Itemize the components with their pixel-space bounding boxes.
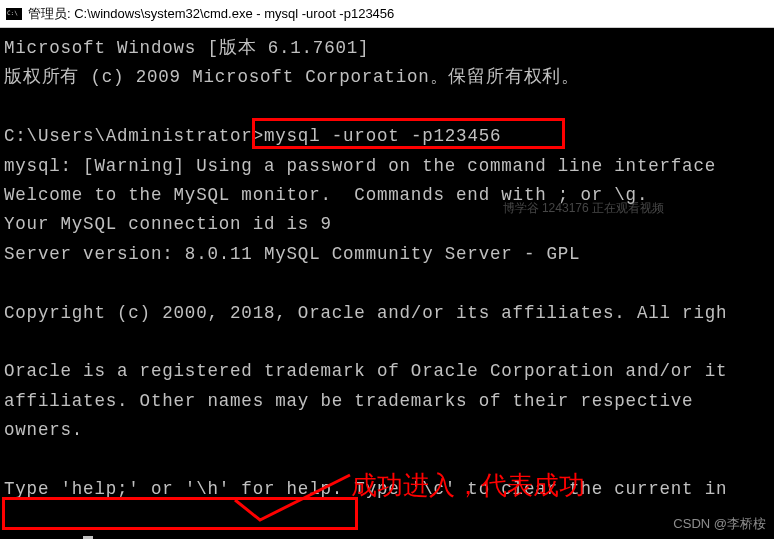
terminal-output[interactable]: Microsoft Windows [版本 6.1.7601] 版权所有 (c)…: [0, 28, 774, 539]
output-line: Type 'help;' or '\h' for help. Type '\c'…: [4, 479, 727, 499]
output-line: Welcome to the MySQL monitor. Commands e…: [4, 185, 648, 205]
cursor[interactable]: [83, 536, 93, 539]
output-line: Oracle is a registered trademark of Orac…: [4, 361, 727, 381]
output-line: 版权所有 (c) 2009 Microsoft Corporation。保留所有…: [4, 67, 580, 87]
output-line: affiliates. Other names may be trademark…: [4, 391, 693, 411]
output-line: Microsoft Windows [版本 6.1.7601]: [4, 38, 369, 58]
output-line: owners.: [4, 420, 83, 440]
output-line: Server version: 8.0.11 MySQL Community S…: [4, 244, 580, 264]
typed-command: mysql -uroot -p123456: [264, 126, 501, 146]
output-line: Copyright (c) 2000, 2018, Oracle and/or …: [4, 303, 727, 323]
cmd-icon: [6, 8, 22, 20]
prompt-path: C:\Users\Administrator>: [4, 126, 264, 146]
output-line: mysql: [Warning] Using a password on the…: [4, 156, 727, 176]
output-line: Your MySQL connection id is 9: [4, 214, 332, 234]
window-title: 管理员: C:\windows\system32\cmd.exe - mysql…: [28, 5, 394, 23]
window-titlebar: 管理员: C:\windows\system32\cmd.exe - mysql…: [0, 0, 774, 28]
